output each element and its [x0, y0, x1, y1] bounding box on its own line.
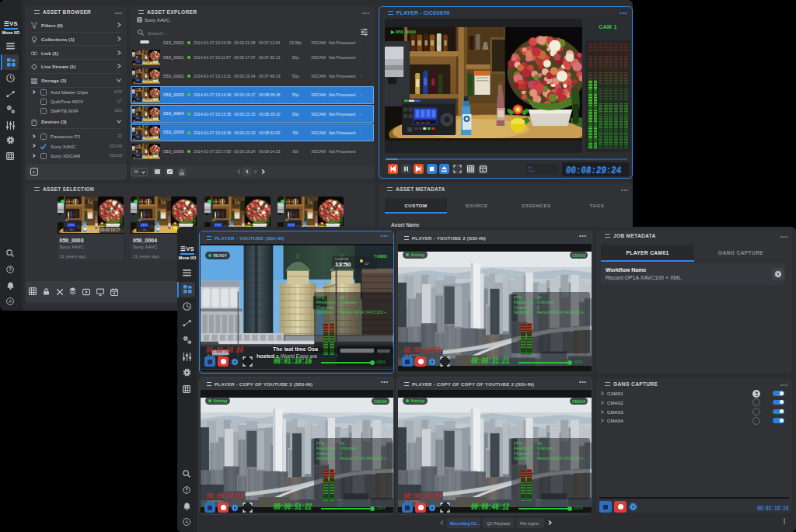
svg-text:?: ? — [9, 266, 12, 272]
svg-text:A: A — [185, 520, 188, 524]
svg-text:?: ? — [185, 487, 188, 492]
svg-text:A: A — [9, 299, 12, 304]
